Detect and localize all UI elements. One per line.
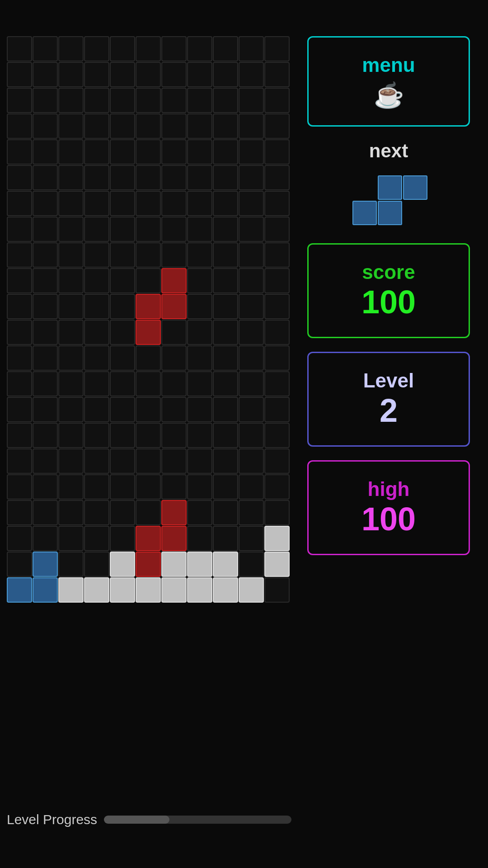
grid-cell (136, 371, 161, 396)
grid-cell (136, 294, 161, 319)
grid-cell (33, 448, 58, 474)
grid-cell (213, 191, 238, 216)
grid-cell (110, 217, 135, 242)
grid-cell (58, 217, 84, 242)
level-label: Level (363, 369, 414, 392)
grid-cell (7, 423, 32, 448)
menu-button[interactable]: menu ☕ (307, 36, 470, 127)
grid-cell (7, 526, 32, 551)
grid-cell (264, 423, 290, 448)
grid-cell (264, 62, 290, 87)
grid-cell (187, 242, 212, 268)
right-panel: menu ☕ next score 100 Level 2 high 100 (298, 36, 479, 555)
grid-cell (58, 268, 84, 293)
level-value: 2 (380, 392, 398, 429)
grid-cell (187, 526, 212, 551)
grid-cell (58, 526, 84, 551)
grid-cell (84, 139, 109, 165)
grid-cell (7, 320, 32, 345)
grid-cell (7, 139, 32, 165)
grid-cell (239, 320, 264, 345)
grid-cell (264, 88, 290, 113)
grid-cell (136, 62, 161, 87)
grid-cell (7, 268, 32, 293)
grid-cell (187, 552, 212, 577)
grid-cell (84, 165, 109, 190)
grid-cell (7, 294, 32, 319)
menu-label: menu (362, 54, 415, 76)
grid-cell (187, 165, 212, 190)
grid-cell (264, 552, 290, 577)
grid-cell (84, 552, 109, 577)
grid-cell (239, 36, 264, 61)
grid-cell (187, 139, 212, 165)
grid-cell (33, 191, 58, 216)
grid-cell (110, 371, 135, 396)
grid-cell (33, 320, 58, 345)
grid-cell (110, 88, 135, 113)
grid-cell (187, 371, 212, 396)
grid-cell (33, 36, 58, 61)
game-board[interactable] (7, 36, 291, 601)
grid-cell (136, 88, 161, 113)
grid-cell (7, 345, 32, 371)
grid-cell (136, 345, 161, 371)
grid-cell (110, 165, 135, 190)
grid-cell (213, 577, 238, 603)
grid-cell (213, 242, 238, 268)
grid-cell (110, 113, 135, 139)
grid-cell (7, 242, 32, 268)
grid-cell (239, 345, 264, 371)
grid-cell (161, 320, 187, 345)
grid-cell (58, 242, 84, 268)
grid-cell (161, 526, 187, 551)
grid-cell (58, 345, 84, 371)
progress-bar-fill (104, 816, 169, 824)
next-piece-preview (352, 175, 425, 230)
progress-label: Level Progress (7, 812, 97, 827)
grid-cell (136, 36, 161, 61)
high-score-box: high 100 (307, 460, 470, 555)
grid-cell (33, 165, 58, 190)
grid-cell (187, 423, 212, 448)
grid-cell (110, 423, 135, 448)
grid-cell (161, 552, 187, 577)
score-value: 100 (361, 283, 416, 321)
grid-cell (84, 397, 109, 422)
grid-cell (213, 139, 238, 165)
grid-cell (58, 294, 84, 319)
grid-cell (239, 448, 264, 474)
grid-cell (213, 36, 238, 61)
grid-cell (213, 294, 238, 319)
grid-cell (110, 62, 135, 87)
grid-cell (136, 268, 161, 293)
grid-cell (58, 113, 84, 139)
grid-cell (213, 268, 238, 293)
grid-cell (110, 552, 135, 577)
grid-cell (161, 165, 187, 190)
grid-cell (7, 88, 32, 113)
grid-cell (187, 500, 212, 525)
grid-cell (161, 191, 187, 216)
grid-cell (264, 371, 290, 396)
grid-cell (7, 448, 32, 474)
grid-cell (33, 423, 58, 448)
grid-cell (213, 526, 238, 551)
grid-cell (213, 397, 238, 422)
grid-cell (136, 423, 161, 448)
grid-cell (58, 474, 84, 500)
grid-cell (110, 474, 135, 500)
menu-icon: ☕ (374, 81, 404, 109)
grid-cell (58, 36, 84, 61)
grid-cell (264, 165, 290, 190)
grid-cell (58, 397, 84, 422)
grid-cell (7, 62, 32, 87)
grid-cell (33, 113, 58, 139)
progress-bar-background (104, 816, 291, 824)
grid-cell (33, 217, 58, 242)
grid-cell (136, 500, 161, 525)
grid-cell (136, 113, 161, 139)
grid-cell (239, 268, 264, 293)
grid-cell (84, 88, 109, 113)
grid-cell (264, 345, 290, 371)
